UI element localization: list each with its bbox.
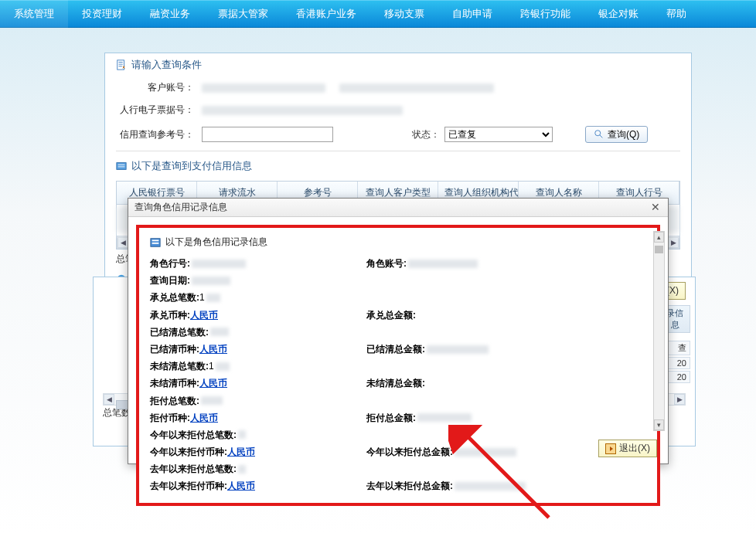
menu-item-8[interactable]: 银企对账 xyxy=(584,0,652,28)
kv-left-label: 承兑币种: xyxy=(150,307,190,324)
kv-row-1: 查询日期: xyxy=(150,272,646,289)
scroll-left-icon[interactable]: ◀ xyxy=(104,394,114,405)
menu-item-4[interactable]: 香港账户业务 xyxy=(282,0,370,28)
dialog-vscrollbar[interactable]: ▴ ▾ xyxy=(653,231,665,431)
menu-item-6[interactable]: 自助申请 xyxy=(438,0,506,28)
kv-row-2: 承兑总笔数:1 xyxy=(150,289,646,306)
redacted-value xyxy=(417,413,472,422)
menu-item-2[interactable]: 融资业务 xyxy=(136,0,204,28)
menu-item-5[interactable]: 移动支票 xyxy=(370,0,438,28)
kv-row-4: 已结清总笔数: xyxy=(150,324,646,341)
kv-right-label: 未结清总金额: xyxy=(366,375,425,392)
kv-left-label: 已结清币种: xyxy=(150,341,199,358)
status-select[interactable]: 已查复 xyxy=(444,127,553,142)
credit-ref-input[interactable] xyxy=(202,127,333,142)
scroll-right-icon[interactable]: ▶ xyxy=(668,237,679,248)
kv-row-6: 未结清总笔数:1 xyxy=(150,358,646,375)
redacted-value xyxy=(206,294,220,302)
kv-left-value: 1 xyxy=(199,289,205,306)
acct-value xyxy=(202,83,325,93)
kv-row-3: 承兑币种:人民币承兑总金额: xyxy=(150,307,646,324)
menu-item-3[interactable]: 票据大管家 xyxy=(204,0,282,28)
record-icon xyxy=(150,237,161,248)
kv-left-label: 已结清总笔数: xyxy=(150,324,209,341)
kv-right-label: 承兑总金额: xyxy=(366,307,416,324)
kv-row-12: 去年以来拒付总笔数: xyxy=(150,460,646,477)
result-icon xyxy=(116,161,127,171)
menu-item-9[interactable]: 帮助 xyxy=(652,0,700,28)
kv-container: 角色行号:角色账号:查询日期:承兑总笔数:1承兑币种:人民币承兑总金额:已结清总… xyxy=(150,255,646,495)
form-icon xyxy=(116,59,127,70)
svg-point-1 xyxy=(595,131,601,136)
kv-left-label: 拒付币种: xyxy=(150,409,190,426)
currency-link[interactable]: 人民币 xyxy=(190,307,218,324)
result-heading: 以下是查询到支付信用信息 xyxy=(131,159,252,173)
kv-row-13: 去年以来拒付币种:人民币去年以来拒付总金额: xyxy=(150,477,646,494)
query-button[interactable]: 查询(Q) xyxy=(585,126,648,143)
kv-left-label: 去年以来拒付总笔数: xyxy=(150,460,237,477)
kv-right-label: 角色账号: xyxy=(366,255,407,272)
scroll-left-icon[interactable]: ◀ xyxy=(117,237,128,248)
search-icon xyxy=(594,129,604,140)
kv-left-label: 未结清总笔数: xyxy=(150,358,209,375)
redacted-value xyxy=(216,362,230,371)
kv-right-label: 今年以来拒付总金额: xyxy=(366,443,453,460)
redacted-value xyxy=(210,328,229,336)
kv-left-label: 拒付总笔数: xyxy=(150,392,199,409)
currency-link[interactable]: 人民币 xyxy=(199,375,227,392)
redacted-value xyxy=(455,448,516,457)
currency-link[interactable]: 人民币 xyxy=(227,477,255,494)
kv-right-label: 已结清总金额: xyxy=(366,341,425,358)
dialog-title: 查询角色信用记录信息 xyxy=(135,201,227,214)
kv-row-0: 角色行号:角色账号: xyxy=(150,255,646,272)
redacted-value xyxy=(427,345,489,354)
scroll-down-icon[interactable]: ▾ xyxy=(654,419,664,430)
redacted-value xyxy=(192,277,230,285)
redacted-value xyxy=(192,260,246,268)
kv-right-label: 拒付总金额: xyxy=(366,409,416,426)
ebill-label: 人行电子票据号： xyxy=(116,104,197,117)
currency-link[interactable]: 人民币 xyxy=(199,341,227,358)
vscroll-thumb[interactable] xyxy=(655,246,663,253)
menu-item-1[interactable]: 投资理财 xyxy=(68,0,136,28)
menu-item-0[interactable]: 系统管理 xyxy=(0,0,68,28)
redacted-value xyxy=(455,482,526,491)
credit-ref-label: 信用查询参考号： xyxy=(116,128,197,141)
currency-link[interactable]: 人民币 xyxy=(190,409,218,426)
redacted-value xyxy=(238,430,246,439)
menu-item-7[interactable]: 跨银行功能 xyxy=(506,0,584,28)
kv-row-10: 今年以来拒付总笔数: xyxy=(150,426,646,443)
ebill-value xyxy=(202,106,403,115)
close-icon[interactable]: ✕ xyxy=(649,202,662,214)
kv-left-label: 今年以来拒付总笔数: xyxy=(150,426,237,443)
kv-row-9: 拒付币种:人民币拒付总金额: xyxy=(150,409,646,426)
kv-left-label: 查询日期: xyxy=(150,272,190,289)
svg-rect-7 xyxy=(152,243,159,244)
scroll-up-icon[interactable]: ▴ xyxy=(654,232,664,243)
dialog-exit-button[interactable]: 退出(X) xyxy=(598,440,657,457)
acct-extra xyxy=(339,83,494,93)
kv-row-7: 未结清币种:人民币未结清总金额: xyxy=(150,375,646,392)
kv-left-label: 去年以来拒付币种: xyxy=(150,477,227,494)
kv-left-label: 未结清币种: xyxy=(150,375,199,392)
section-head: 以下是角色信用记录信息 xyxy=(165,236,267,249)
divider xyxy=(116,151,680,151)
dialog-exit-label: 退出(X) xyxy=(619,442,650,455)
redacted-value xyxy=(201,396,223,405)
scroll-right-icon[interactable]: ▶ xyxy=(674,394,685,405)
main-menu: 系统管理投资理财融资业务票据大管家香港账户业务移动支票自助申请跨银行功能银企对账… xyxy=(0,0,756,28)
kv-left-label: 承兑总笔数: xyxy=(150,289,199,306)
acct-label: 客户账号： xyxy=(116,81,197,94)
svg-rect-6 xyxy=(152,239,159,241)
kv-left-value: 1 xyxy=(209,358,214,375)
redacted-value xyxy=(238,465,246,474)
credit-record-dialog: 查询角色信用记录信息 ✕ 以下是角色信用记录信息 角色行号:角色账号:查询日期:… xyxy=(128,198,669,464)
highlight-frame: 以下是角色信用记录信息 角色行号:角色账号:查询日期:承兑总笔数:1承兑币种:人… xyxy=(136,225,660,506)
kv-row-11: 今年以来拒付币种:人民币今年以来拒付总金额: xyxy=(150,443,646,460)
currency-link[interactable]: 人民币 xyxy=(227,443,255,460)
dialog-titlebar: 查询角色信用记录信息 ✕ xyxy=(128,199,668,217)
kv-left-label: 今年以来拒付币种: xyxy=(150,443,227,460)
exit-icon xyxy=(605,443,616,454)
kv-left-label: 角色行号: xyxy=(150,255,190,272)
status-label: 状态： xyxy=(412,128,440,141)
